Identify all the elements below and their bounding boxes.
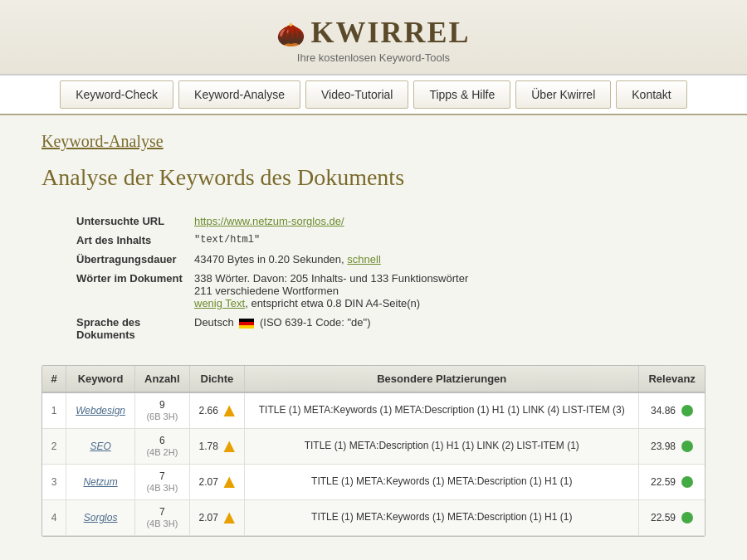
check-icon <box>681 441 693 452</box>
nav-tipps-hilfe[interactable]: Tipps & Hilfe <box>413 80 510 109</box>
keyword-table: # Keyword Anzahl Dichte Besondere Platzi… <box>42 366 705 536</box>
keyword-link[interactable]: Sorglos <box>84 512 118 523</box>
cell-relevanz: 23.98 <box>639 429 705 465</box>
cell-keyword: SEO <box>66 429 135 465</box>
cell-num: 4 <box>42 500 66 536</box>
cell-keyword: Webdesign <box>66 392 135 429</box>
keyword-link[interactable]: Webdesign <box>76 405 125 416</box>
col-header-num: # <box>42 366 66 392</box>
cell-dichte: 2.66 <box>189 392 245 429</box>
page-title: Analyse der Keywords des Dokuments <box>42 164 706 191</box>
document-info-table: Untersuchte URL https://www.netzum-sorgl… <box>42 211 706 345</box>
transfer-label: Übertragungsdauer <box>43 251 193 268</box>
url-link[interactable]: https://www.netzum-sorglos.de/ <box>194 215 344 227</box>
logo-acorn-icon: 🌰 <box>276 22 307 47</box>
cell-num: 3 <box>42 465 66 500</box>
breadcrumb[interactable]: Keyword-Analyse <box>42 132 164 151</box>
keyword-link[interactable]: SEO <box>90 441 110 452</box>
warning-icon <box>223 476 235 488</box>
keyword-table-wrapper: # Keyword Anzahl Dichte Besondere Platzi… <box>42 365 706 537</box>
words-label: Wörter im Dokument <box>43 270 193 312</box>
cell-num: 1 <box>42 392 66 429</box>
cell-platz: TITLE (1) META:Keywords (1) META:Descrip… <box>245 500 639 536</box>
table-row: 2 SEO 6(4B 2H) 1.78 TITLE (1) META:Descr… <box>42 429 705 465</box>
nav-keyword-check[interactable]: Keyword-Check <box>60 80 173 109</box>
cell-platz: TITLE (1) META:Description (1) H1 (1) LI… <box>245 429 639 465</box>
nav-keyword-analyse[interactable]: Keyword-Analyse <box>178 80 300 109</box>
flag-de-icon <box>239 319 254 329</box>
nav-ueber-kwirrel[interactable]: Über Kwirrel <box>515 80 611 109</box>
type-value: "text/html" <box>194 231 704 249</box>
main-content: Keyword-Analyse Analyse der Keywords des… <box>17 115 730 553</box>
cell-platz: TITLE (1) META:Keywords (1) META:Descrip… <box>245 465 639 500</box>
transfer-link[interactable]: schnell <box>347 253 380 265</box>
tagline: Ihre kostenlosen Keyword-Tools <box>0 51 747 64</box>
transfer-value: 43470 Bytes in 0.20 Sekunden, schnell <box>194 251 704 268</box>
warning-icon <box>223 441 235 452</box>
lang-value: Deutsch (ISO 639-1 Code: "de") <box>194 314 704 343</box>
check-icon <box>681 405 693 416</box>
col-header-dichte: Dichte <box>189 366 245 392</box>
col-header-anzahl: Anzahl <box>135 366 189 392</box>
wenig-text-link[interactable]: wenig Text <box>194 297 245 309</box>
words-value: 338 Wörter. Davon: 205 Inhalts- und 133 … <box>194 270 704 312</box>
col-header-keyword: Keyword <box>66 366 135 392</box>
cell-relevanz: 22.59 <box>639 465 705 500</box>
cell-count: 7(4B 3H) <box>135 465 189 500</box>
url-label: Untersuchte URL <box>43 212 193 230</box>
cell-keyword: Sorglos <box>66 500 135 536</box>
table-row: 3 Netzum 7(4B 3H) 2.07 TITLE (1) META:Ke… <box>42 465 705 500</box>
type-label: Art des Inhalts <box>43 231 193 249</box>
check-icon <box>681 512 693 523</box>
nav-video-tutorial[interactable]: Video-Tutorial <box>305 80 408 109</box>
col-header-relevanz: Relevanz <box>639 366 705 392</box>
check-icon <box>681 476 693 488</box>
cell-dichte: 2.07 <box>189 500 245 536</box>
cell-dichte: 2.07 <box>189 465 245 500</box>
cell-dichte: 1.78 <box>189 429 245 465</box>
cell-count: 7(4B 3H) <box>135 500 189 536</box>
main-nav: Keyword-Check Keyword-Analyse Video-Tuto… <box>0 75 747 115</box>
cell-count: 9(6B 3H) <box>135 392 189 429</box>
cell-count: 6(4B 2H) <box>135 429 189 465</box>
warning-icon <box>223 512 235 523</box>
lang-label: Sprache des Dokuments <box>43 314 193 343</box>
cell-num: 2 <box>42 429 66 465</box>
warning-icon <box>223 405 235 416</box>
cell-platz: TITLE (1) META:Keywords (1) META:Descrip… <box>245 392 639 429</box>
logo: 🌰KWIRREL <box>0 15 747 50</box>
col-header-platz: Besondere Platzierungen <box>245 366 639 392</box>
cell-keyword: Netzum <box>66 465 135 500</box>
site-header: 🌰KWIRREL Ihre kostenlosen Keyword-Tools <box>0 0 747 75</box>
url-value: https://www.netzum-sorglos.de/ <box>194 212 704 230</box>
cell-relevanz: 22.59 <box>639 500 705 536</box>
table-header-row: # Keyword Anzahl Dichte Besondere Platzi… <box>42 366 705 392</box>
nav-kontakt[interactable]: Kontakt <box>616 80 686 109</box>
keyword-link[interactable]: Netzum <box>83 476 117 488</box>
table-row: 1 Webdesign 9(6B 3H) 2.66 TITLE (1) META… <box>42 392 705 429</box>
table-row: 4 Sorglos 7(4B 3H) 2.07 TITLE (1) META:K… <box>42 500 705 536</box>
cell-relevanz: 34.86 <box>639 392 705 429</box>
